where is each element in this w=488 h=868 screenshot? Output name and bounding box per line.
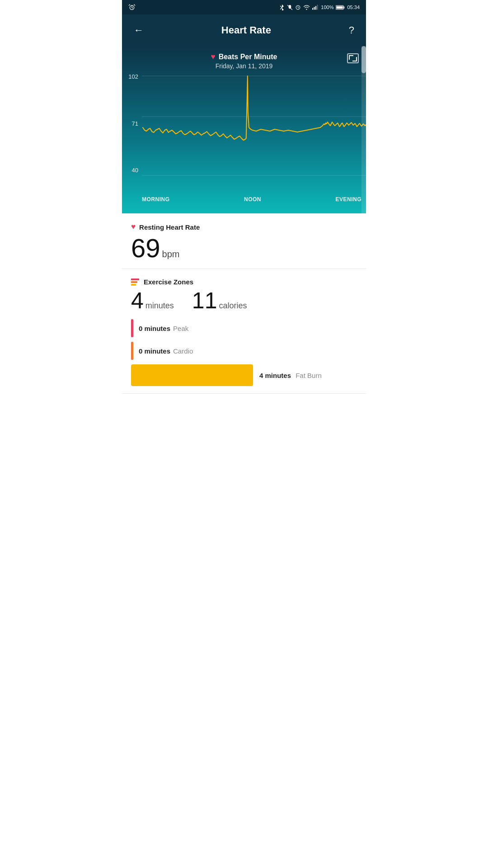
zones-bar-peak bbox=[131, 278, 139, 280]
cardio-minutes: 0 minutes bbox=[139, 347, 170, 355]
chart-line bbox=[142, 71, 366, 180]
heart-icon: ♥ bbox=[211, 52, 216, 61]
fatburn-label: 4 minutes Fat Burn bbox=[259, 372, 322, 379]
expand-button[interactable] bbox=[347, 53, 359, 63]
chart-date: Friday, Jan 11, 2019 bbox=[216, 62, 273, 70]
resting-heart-rate-section: ♥ Resting Heart Rate 69bpm bbox=[122, 213, 366, 269]
fatburn-minutes: 4 minutes bbox=[259, 372, 291, 379]
heart-icon-resting: ♥ bbox=[131, 222, 136, 231]
cardio-zone-row: 0 minutes Cardio bbox=[131, 342, 357, 360]
svg-rect-10 bbox=[344, 6, 345, 8]
exercise-calories-value: 11 bbox=[192, 288, 217, 313]
chart-title: Beats Per Minute bbox=[219, 53, 277, 61]
clock-icon bbox=[295, 5, 301, 10]
exercise-calories-unit: calories bbox=[219, 301, 247, 310]
fatburn-zone-row: 4 minutes Fat Burn bbox=[131, 364, 357, 386]
scrollbar-thumb[interactable] bbox=[361, 46, 366, 73]
zones-bar-cardio bbox=[131, 281, 137, 283]
chart-title-row: ♥ Beats Per Minute bbox=[211, 52, 277, 61]
header: ← Heart Rate ? bbox=[122, 14, 366, 46]
svg-line-2 bbox=[280, 8, 282, 9]
bluetooth-icon bbox=[279, 4, 285, 10]
svg-rect-11 bbox=[337, 6, 343, 9]
fatburn-bar bbox=[131, 364, 253, 386]
peak-zone-indicator bbox=[131, 319, 133, 337]
resting-heart-rate-value-row: 69bpm bbox=[131, 235, 357, 261]
cardio-zone-indicator bbox=[131, 342, 133, 360]
scrollbar-track[interactable] bbox=[361, 46, 366, 213]
svg-rect-8 bbox=[317, 5, 318, 9]
y-label-40: 40 bbox=[122, 167, 141, 174]
y-axis-labels: 102 71 40 bbox=[122, 71, 141, 175]
content: ♥ Resting Heart Rate 69bpm Exercise Zone… bbox=[122, 213, 366, 394]
cardio-label: Cardio bbox=[173, 347, 193, 355]
exercise-zones-icon bbox=[131, 278, 139, 286]
chart-header: ♥ Beats Per Minute Friday, Jan 11, 2019 bbox=[122, 46, 366, 71]
resting-bpm-value: 69 bbox=[131, 233, 160, 263]
battery-percent: 100% bbox=[321, 5, 333, 10]
svg-line-1 bbox=[280, 6, 282, 8]
wifi-icon bbox=[303, 5, 310, 10]
chart-x-labels: MORNING NOON EVENING bbox=[122, 193, 366, 203]
exercise-zones-section: Exercise Zones 4minutes 11calories 0 min… bbox=[122, 269, 366, 394]
peak-label: Peak bbox=[173, 325, 188, 332]
alarm-icon bbox=[128, 4, 136, 11]
resting-heart-rate-title: Resting Heart Rate bbox=[139, 223, 200, 231]
peak-minutes: 0 minutes bbox=[139, 325, 170, 332]
exercise-calories-block: 11calories bbox=[192, 289, 247, 312]
resting-heart-rate-title-row: ♥ Resting Heart Rate bbox=[131, 222, 357, 231]
x-label-noon: NOON bbox=[244, 196, 261, 203]
exercise-minutes-block: 4minutes bbox=[131, 289, 174, 312]
zones-bar-fatburn bbox=[131, 284, 136, 286]
exercise-minutes-unit: minutes bbox=[145, 301, 174, 310]
chart-svg-wrapper: 102 71 40 bbox=[122, 71, 366, 193]
status-bar: 100% 05:34 bbox=[122, 0, 366, 14]
mute-icon bbox=[287, 5, 293, 10]
x-label-morning: MORNING bbox=[142, 196, 170, 203]
status-left bbox=[128, 4, 136, 11]
battery-icon bbox=[336, 5, 345, 10]
exercise-zones-title-row: Exercise Zones bbox=[131, 278, 357, 286]
exercise-minutes-value: 4 bbox=[131, 288, 144, 313]
svg-rect-7 bbox=[315, 6, 316, 9]
status-time: 05:34 bbox=[347, 5, 360, 10]
y-label-71: 71 bbox=[122, 120, 141, 127]
page-title: Heart Rate bbox=[221, 24, 271, 36]
heart-rate-chart: ♥ Beats Per Minute Friday, Jan 11, 2019 … bbox=[122, 46, 366, 213]
resting-bpm-unit: bpm bbox=[162, 249, 180, 259]
x-label-evening: EVENING bbox=[335, 196, 361, 203]
exercise-zones-title: Exercise Zones bbox=[144, 278, 193, 286]
chart-title-block: ♥ Beats Per Minute Friday, Jan 11, 2019 bbox=[141, 52, 347, 70]
status-right: 100% 05:34 bbox=[279, 4, 360, 10]
signal-icon bbox=[312, 5, 319, 10]
svg-rect-5 bbox=[312, 8, 313, 9]
y-label-102: 102 bbox=[122, 73, 141, 80]
fatburn-zone-label: Fat Burn bbox=[296, 372, 322, 379]
peak-zone-row: 0 minutes Peak bbox=[131, 319, 357, 337]
help-button[interactable]: ? bbox=[345, 23, 358, 38]
back-button[interactable]: ← bbox=[130, 23, 147, 38]
svg-rect-6 bbox=[314, 7, 315, 9]
exercise-stats-row: 4minutes 11calories bbox=[131, 289, 357, 312]
